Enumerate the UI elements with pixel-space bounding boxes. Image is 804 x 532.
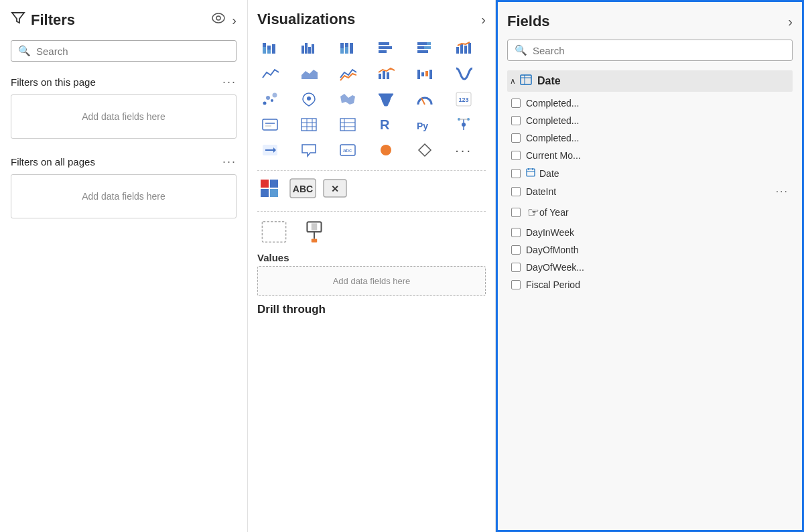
viz-x-icon[interactable]: ✕ [322, 176, 348, 200]
viz-funnel-icon[interactable] [373, 88, 399, 110]
viz-more-icon[interactable]: ··· [451, 139, 476, 161]
field-checkbox[interactable] [511, 263, 521, 272]
viz-scatter-icon[interactable] [257, 88, 283, 110]
field-item[interactable]: Date [507, 164, 793, 182]
viz-ribbon-icon[interactable] [451, 63, 476, 84]
fields-chevron-right-icon[interactable]: › [788, 14, 793, 29]
field-checkbox[interactable] [511, 245, 521, 255]
viz-filled-map-icon[interactable] [335, 88, 360, 110]
field-checkbox[interactable] [511, 151, 521, 160]
field-label: Date [539, 168, 789, 179]
viz-card-icon[interactable] [257, 114, 283, 135]
filters-on-page-header: Filters on this page ··· [11, 75, 237, 89]
svg-rect-24 [456, 47, 459, 54]
format-paint-roller-icon[interactable] [297, 217, 331, 247]
viz-matrix-icon[interactable] [335, 114, 360, 135]
svg-rect-29 [379, 74, 381, 79]
viz-divider-1 [257, 170, 486, 171]
viz-diamond-icon[interactable] [412, 139, 438, 161]
fields-search-input[interactable] [533, 45, 785, 56]
date-group-label: Date [537, 75, 561, 87]
field-checkbox[interactable] [511, 280, 521, 289]
field-context-menu[interactable]: ··· [776, 186, 789, 198]
viz-100-stacked-bar-icon[interactable] [335, 38, 360, 59]
viz-chat-icon[interactable] [296, 139, 322, 161]
viz-decomp-icon[interactable] [451, 114, 476, 135]
filters-all-pages-dropzone[interactable]: Add data fields here [11, 174, 237, 218]
field-item[interactable]: ☞ of Year [507, 201, 793, 224]
filters-search-box[interactable]: 🔍 [11, 40, 237, 62]
viz-kpi-icon[interactable]: 123 [451, 88, 476, 110]
viz-line-column-icon[interactable] [451, 38, 476, 59]
field-checkbox[interactable] [511, 187, 521, 196]
format-section: Values Add data fields here Drill throug… [257, 217, 486, 316]
viz-gauge-icon[interactable] [412, 88, 438, 110]
field-item[interactable]: DateInt ··· [507, 182, 793, 201]
viz-clustered-bar-icon[interactable] [373, 38, 399, 59]
field-item[interactable]: Current Mo... [507, 147, 793, 164]
viz-clustered-column-icon[interactable] [296, 38, 322, 59]
viz-chevron-right-icon[interactable]: › [481, 12, 486, 27]
date-group-header[interactable]: ∧ Date [507, 70, 793, 92]
field-item[interactable]: Fiscal Period [507, 276, 793, 293]
field-checkbox[interactable] [511, 98, 521, 108]
filters-header-icons: › [212, 13, 237, 28]
svg-rect-83 [312, 223, 317, 230]
fields-title: Fields [507, 13, 788, 30]
search-icon: 🔍 [18, 45, 31, 57]
viz-area-icon[interactable] [296, 63, 322, 84]
field-checkbox[interactable] [511, 133, 521, 143]
viz-line-icon[interactable] [257, 63, 283, 84]
viz-py-icon[interactable]: Py [412, 114, 438, 135]
svg-rect-17 [379, 46, 392, 49]
format-dotted-rect-icon[interactable] [257, 217, 291, 247]
viz-orange-icon[interactable] [373, 139, 399, 161]
svg-rect-31 [387, 72, 389, 79]
viz-bottom-icons: ABC ✕ [257, 176, 486, 200]
field-item[interactable]: Completed... [507, 129, 793, 147]
filters-search-input[interactable] [36, 46, 229, 57]
viz-smart-narrative-icon[interactable]: abc [335, 139, 360, 161]
svg-rect-23 [417, 50, 428, 53]
viz-abc-icon[interactable]: ABC [289, 176, 316, 200]
values-section: Values Add data fields here Drill throug… [257, 252, 486, 316]
svg-rect-6 [272, 44, 275, 54]
field-item[interactable]: Completed... [507, 112, 793, 129]
viz-stacked-bar-2-icon[interactable] [412, 38, 438, 59]
filters-on-page-dropzone[interactable]: Add data fields here [11, 94, 237, 139]
viz-color-palette-icon[interactable] [257, 176, 284, 200]
svg-point-59 [462, 123, 466, 127]
field-checkbox[interactable] [511, 116, 521, 125]
svg-rect-45 [263, 119, 277, 130]
values-dropzone[interactable]: Add data fields here [257, 266, 486, 296]
filters-all-pages-menu[interactable]: ··· [222, 155, 237, 169]
viz-divider-2 [257, 211, 486, 212]
filters-on-page-menu[interactable]: ··· [222, 75, 237, 89]
field-item[interactable]: Completed... [507, 94, 793, 112]
field-checkbox[interactable] [511, 208, 521, 217]
svg-rect-8 [305, 43, 308, 54]
eye-icon[interactable] [212, 13, 225, 28]
viz-waterfall-icon[interactable] [412, 63, 438, 84]
viz-table-icon[interactable] [296, 114, 322, 135]
field-item[interactable]: DayOfMonth [507, 241, 793, 259]
svg-rect-26 [464, 46, 467, 54]
viz-combo-icon[interactable] [373, 63, 399, 84]
field-item[interactable]: DayOfWeek... [507, 259, 793, 276]
viz-map-icon[interactable] [296, 88, 322, 110]
fields-search-box[interactable]: 🔍 [507, 40, 793, 61]
viz-stacked-bar-icon[interactable] [257, 38, 283, 59]
field-label: DateInt [526, 186, 776, 197]
field-checkbox[interactable] [511, 228, 521, 237]
viz-r-icon[interactable]: R [373, 114, 399, 135]
svg-point-37 [266, 96, 270, 100]
field-label: Completed... [526, 115, 789, 126]
field-item[interactable]: DayInWeek [507, 224, 793, 241]
svg-point-40 [307, 96, 311, 101]
chevron-right-icon[interactable]: › [232, 13, 237, 28]
svg-rect-20 [427, 42, 431, 45]
viz-key-influencers-icon[interactable] [257, 139, 283, 161]
viz-line-2-icon[interactable] [335, 63, 360, 84]
viz-header: Visualizations › [257, 11, 486, 28]
field-checkbox[interactable] [511, 169, 521, 178]
